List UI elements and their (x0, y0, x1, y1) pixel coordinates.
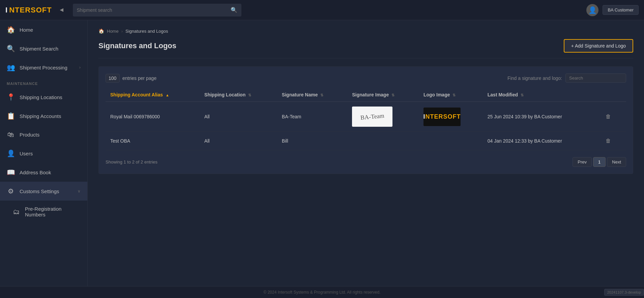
sidebar-item-users-label: Users (20, 151, 33, 156)
global-search-bar: 🔍 (73, 4, 241, 17)
entries-per-page-control: 100 10 25 50 entries per page (106, 74, 156, 83)
cell-sig-name-2: Bill (277, 132, 347, 150)
find-label: Find a signature and logo: (507, 76, 562, 81)
col-sig-image-label: Signature Image (352, 92, 389, 97)
col-last-modified-label: Last Modified (488, 92, 518, 97)
sidebar-item-products[interactable]: 🛍 Products (0, 125, 87, 144)
breadcrumb: 🏠 Home › Signatures and Logos (98, 28, 633, 34)
sidebar-item-users[interactable]: 👤 Users (0, 144, 87, 163)
cell-alias-2: Test OBA (106, 132, 200, 150)
next-page-button[interactable]: Next (607, 157, 626, 167)
pagination-row: Showing 1 to 2 of 2 entries Prev 1 Next (106, 157, 626, 167)
user-name-button[interactable]: BA Customer (603, 5, 639, 15)
pre-registration-icon: 🗂 (12, 208, 20, 216)
chevron-down-icon: ∨ (78, 189, 81, 193)
table-search-input[interactable] (565, 73, 626, 83)
sidebar-collapse-button[interactable]: ◄ (56, 5, 67, 15)
sidebar-item-home[interactable]: 🏠 Home (0, 20, 87, 39)
sidebar-item-shipping-accounts-label: Shipping Accounts (20, 113, 61, 119)
sidebar-item-shipment-search[interactable]: 🔍 Shipment Search (0, 39, 87, 58)
pagination-buttons: Prev 1 Next (573, 157, 626, 167)
logo-image-preview: INTERSOFT (423, 108, 461, 126)
sidebar-item-products-label: Products (20, 132, 39, 138)
maintenance-section-label: MAINTENANCE (0, 77, 87, 88)
main-content: 🏠 Home › Signatures and Logos Signatures… (88, 20, 644, 286)
page-header: Signatures and Logos + Add Signature and… (98, 39, 633, 58)
customs-settings-icon: ⚙ (7, 187, 15, 195)
table-row: Royal Mail 0069786000 All BA-Team BA-Tea… (106, 102, 626, 132)
sidebar-item-customs-settings[interactable]: ⚙ Customs Settings ∨ (0, 182, 87, 201)
products-icon: 🛍 (7, 131, 15, 139)
delete-button-row-2[interactable]: 🗑 (603, 137, 614, 145)
sidebar-item-customs-settings-label: Customs Settings (20, 188, 59, 194)
col-signature-name[interactable]: Signature Name ⇅ (277, 88, 347, 102)
cell-last-modified-1: 25 Jun 2024 10:39 by BA Customer (483, 102, 598, 132)
col-logo-image-label: Logo Image (423, 92, 450, 97)
home-icon: 🏠 (7, 26, 15, 34)
top-right-controls: 👤 BA Customer (586, 4, 639, 16)
sidebar-item-shipment-processing[interactable]: 👥 Shipment Processing › (0, 58, 87, 77)
logo-i: I (5, 6, 8, 14)
cell-logo-image-1: INTERSOFT (419, 102, 483, 132)
col-shipping-account-alias[interactable]: Shipping Account Alias ▲ (106, 88, 200, 102)
sidebar-item-pre-registration[interactable]: 🗂 Pre-Registration Numbers (0, 201, 87, 223)
page-title: Signatures and Logos (98, 41, 176, 50)
sidebar-item-pre-registration-label: Pre-Registration Numbers (25, 206, 81, 217)
shipping-accounts-icon: 📋 (7, 112, 15, 120)
col-actions (598, 88, 626, 102)
add-signature-logo-button[interactable]: + Add Signature and Logo (564, 39, 633, 53)
sidebar-item-shipping-locations-label: Shipping Locations (20, 94, 62, 100)
search-icon: 🔍 (231, 7, 237, 13)
col-last-modified[interactable]: Last Modified ⇅ (483, 88, 598, 102)
page-1-button[interactable]: 1 (593, 157, 606, 167)
sidebar-item-shipment-processing-label: Shipment Processing (20, 65, 67, 70)
cell-sig-image-2 (347, 132, 419, 150)
logo-ntersoft: NTERSOFT (9, 6, 52, 14)
sidebar: 🏠 Home 🔍 Shipment Search 👥 Shipment Proc… (0, 20, 88, 286)
users-icon: 👤 (7, 149, 15, 157)
col-sig-name-label: Signature Name (282, 92, 318, 97)
user-avatar[interactable]: 👤 (586, 4, 598, 16)
main-layout: 🏠 Home 🔍 Shipment Search 👥 Shipment Proc… (0, 20, 644, 286)
shipment-processing-icon: 👥 (7, 63, 15, 71)
sort-arrow-alias: ▲ (166, 93, 169, 97)
sidebar-item-address-book-label: Address Book (20, 170, 51, 175)
sort-arrows-logo-image: ⇅ (452, 93, 456, 97)
col-location-label: Shipping Location (204, 92, 245, 97)
table-search-control: Find a signature and logo: (507, 73, 626, 83)
sidebar-item-address-book[interactable]: 📖 Address Book (0, 163, 87, 182)
cell-sig-image-1: BA-Team (347, 102, 419, 132)
cell-last-modified-2: 04 Jan 2024 12:33 by BA Customer (483, 132, 598, 150)
breadcrumb-home-icon: 🏠 (98, 28, 104, 34)
cell-alias-1: Royal Mail 0069786000 (106, 102, 200, 132)
table-container: 100 10 25 50 entries per page Find a sig… (98, 66, 633, 174)
signatures-logos-table: Shipping Account Alias ▲ Shipping Locati… (106, 88, 626, 150)
col-shipping-location[interactable]: Shipping Location ⇅ (200, 88, 277, 102)
footer: © 2024 Intersoft Systems & Programming L… (0, 286, 644, 298)
sidebar-item-home-label: Home (20, 27, 33, 33)
sort-arrows-sig-image: ⇅ (391, 93, 394, 97)
showing-entries-text: Showing 1 to 2 of 2 entries (106, 159, 157, 165)
entries-per-page-label: entries per page (122, 76, 156, 81)
sidebar-item-shipment-search-label: Shipment Search (20, 46, 58, 52)
col-signature-image[interactable]: Signature Image ⇅ (347, 88, 419, 102)
shipping-locations-icon: 📍 (7, 93, 15, 101)
breadcrumb-home-link[interactable]: Home (107, 29, 119, 34)
sort-arrows-sig-name: ⇅ (320, 93, 323, 97)
sort-arrows-location: ⇅ (248, 93, 251, 97)
entries-per-page-select[interactable]: 100 10 25 50 (106, 74, 120, 83)
global-search-input[interactable] (77, 7, 231, 13)
sidebar-item-shipping-locations[interactable]: 📍 Shipping Locations (0, 88, 87, 107)
version-badge: 20241107.3-develop (604, 289, 644, 296)
table-row: Test OBA All Bill 04 Jan 2024 12 (106, 132, 626, 150)
sidebar-item-shipping-accounts[interactable]: 📋 Shipping Accounts (0, 107, 87, 125)
breadcrumb-separator: › (121, 29, 123, 34)
delete-button-row-1[interactable]: 🗑 (603, 112, 614, 121)
cell-actions-1: 🗑 (598, 102, 626, 132)
footer-copyright: © 2024 Intersoft Systems & Programming L… (264, 290, 381, 295)
breadcrumb-current: Signatures and Logos (125, 29, 168, 34)
prev-page-button[interactable]: Prev (573, 157, 592, 167)
col-logo-image[interactable]: Logo Image ⇅ (419, 88, 483, 102)
cell-location-1: All (200, 102, 277, 132)
signature-image-text: BA-Team (360, 112, 384, 121)
